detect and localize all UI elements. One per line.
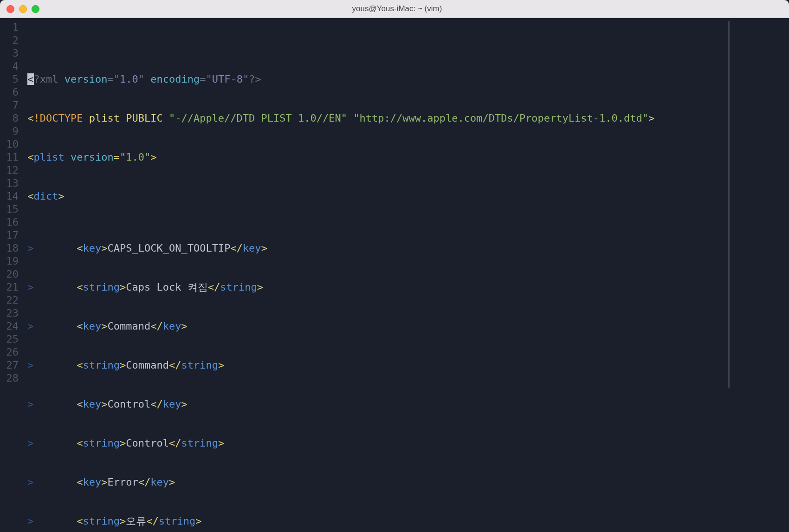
fold-icon[interactable]: > <box>27 359 33 371</box>
code-line: > <string>Control</string> <box>21 437 789 450</box>
line-number: 22 <box>0 294 21 307</box>
line-number: 1 <box>0 21 21 34</box>
line-number: 14 <box>0 190 21 203</box>
line-number-gutter: 1 2 3 4 5 6 7 8 9 10 11 12 13 14 15 16 1… <box>0 18 21 532</box>
line-number: 12 <box>0 164 21 177</box>
line-number: 13 <box>0 177 21 190</box>
code-line: <dict> <box>21 190 789 203</box>
editor-area[interactable]: 1 2 3 4 5 6 7 8 9 10 11 12 13 14 15 16 1… <box>0 18 789 532</box>
line-number: 21 <box>0 281 21 294</box>
line-number: 26 <box>0 346 21 359</box>
line-number: 16 <box>0 216 21 229</box>
line-number: 27 <box>0 359 21 372</box>
line-number: 4 <box>0 60 21 73</box>
line-number: 3 <box>0 47 21 60</box>
line-number: 15 <box>0 203 21 216</box>
line-number: 8 <box>0 112 21 125</box>
line-number: 20 <box>0 268 21 281</box>
code-line: > <key>Command</key> <box>21 320 789 333</box>
code-line: > <key>Error</key> <box>21 476 789 489</box>
line-number: 25 <box>0 333 21 346</box>
fold-icon[interactable]: > <box>27 242 33 254</box>
line-number: 17 <box>0 229 21 242</box>
line-number: 6 <box>0 86 21 99</box>
fold-icon[interactable]: > <box>27 515 33 527</box>
titlebar: yous@Yous-iMac: ~ (vim) <box>0 0 789 18</box>
fold-icon[interactable]: > <box>27 437 33 449</box>
line-number: 18 <box>0 242 21 255</box>
fold-icon[interactable]: > <box>27 398 33 410</box>
line-number: 10 <box>0 138 21 151</box>
code-line: <!DOCTYPE plist PUBLIC "-//Apple//DTD PL… <box>21 112 789 125</box>
line-number: 2 <box>0 34 21 47</box>
cursor: < <box>27 73 33 85</box>
terminal-window: yous@Yous-iMac: ~ (vim) 1 2 3 4 5 6 7 8 … <box>0 0 789 532</box>
line-number: 28 <box>0 372 21 385</box>
line-number: 9 <box>0 125 21 138</box>
code-line: <plist version="1.0"> <box>21 151 789 164</box>
code-buffer[interactable]: <?xml version="1.0" encoding="UTF-8"?> <… <box>21 18 789 532</box>
line-number: 23 <box>0 307 21 320</box>
line-number: 7 <box>0 99 21 112</box>
scrollbar[interactable] <box>728 21 730 388</box>
code-line: > <key>Control</key> <box>21 398 789 411</box>
code-line: > <key>CAPS_LOCK_ON_TOOLTIP</key> <box>21 242 789 255</box>
code-line: <?xml version="1.0" encoding="UTF-8"?> <box>21 73 789 86</box>
line-number: 5 <box>0 73 21 86</box>
fold-icon[interactable]: > <box>27 281 33 293</box>
fold-icon[interactable]: > <box>27 476 33 488</box>
line-number: 19 <box>0 255 21 268</box>
code-line: > <string>Caps Lock 켜짐</string> <box>21 281 789 294</box>
code-line: > <string>오류</string> <box>21 515 789 528</box>
code-line: > <string>Command</string> <box>21 359 789 372</box>
window-title: yous@Yous-iMac: ~ (vim) <box>12 4 783 13</box>
line-number: 24 <box>0 320 21 333</box>
line-number: 11 <box>0 151 21 164</box>
fold-icon[interactable]: > <box>27 320 33 332</box>
